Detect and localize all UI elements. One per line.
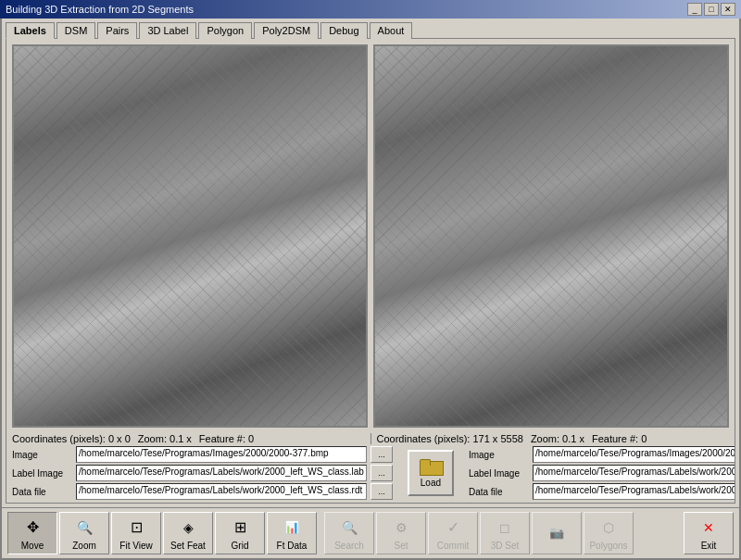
commit-icon: [442, 516, 464, 539]
left-label-image-browse-btn[interactable]: ...: [370, 465, 393, 481]
right-label-image-row: Label Image /home/marcelo/Tese/Programas…: [469, 465, 735, 481]
load-label: Load: [421, 478, 441, 488]
fit-view-button[interactable]: Fit View: [111, 512, 161, 554]
tab-labels[interactable]: Labels: [6, 22, 55, 39]
polygons-button[interactable]: Polygons: [584, 512, 634, 554]
right-data-file-input[interactable]: /home/marcelo/Tese/Programas/Labels/work…: [533, 483, 735, 500]
minimize-button[interactable]: _: [687, 3, 702, 16]
maximize-button[interactable]: □: [704, 3, 719, 16]
right-coordinates: Coordinates (pixels): 171 x 5558: [377, 433, 523, 444]
load-button[interactable]: Load: [408, 450, 454, 496]
set-icon: [390, 516, 412, 539]
right-zoom: Zoom: 0.1 x: [531, 433, 584, 444]
left-image-input[interactable]: /home/marcelo/Tese/Programas/Images/2000…: [76, 446, 367, 463]
right-data-file-row: Data file /home/marcelo/Tese/Programas/L…: [469, 483, 735, 500]
close-button[interactable]: ✕: [721, 3, 735, 16]
content-area: Coordinates (pixels): 0 x 0 Zoom: 0.1 x …: [6, 38, 735, 504]
tab-bar: Labels DSM Pairs 3D Label Polygon Poly2D…: [2, 19, 739, 38]
fit-view-label: Fit View: [119, 541, 152, 551]
right-image-panel: [373, 44, 729, 428]
3dset-icon: [494, 516, 516, 539]
right-status-group: Coordinates (pixels): 171 x 5558 Zoom: 0…: [377, 433, 730, 444]
right-image-input[interactable]: /home/marcelo/Tese/Programas/Images/2000…: [533, 446, 735, 463]
3d-set-label: 3D Set: [491, 541, 520, 551]
tab-pairs[interactable]: Pairs: [97, 22, 137, 39]
left-coordinates: Coordinates (pixels): 0 x 0: [12, 433, 131, 444]
tab-poly2dsm[interactable]: Poly2DSM: [254, 22, 319, 39]
ft-data-label: Ft Data: [277, 541, 308, 551]
left-image-browse-btn[interactable]: ...: [370, 446, 393, 463]
left-status-group: Coordinates (pixels): 0 x 0 Zoom: 0.1 x …: [12, 433, 365, 444]
right-image-label: Image: [469, 450, 529, 460]
folder-icon: [420, 459, 442, 476]
search-button[interactable]: Search: [324, 512, 374, 554]
load-btn-area: Load: [402, 446, 459, 500]
images-row: [6, 39, 735, 433]
right-data-file-label: Data file: [469, 487, 529, 497]
main-window: Labels DSM Pairs 3D Label Polygon Poly2D…: [0, 19, 741, 560]
exit-label: Exit: [701, 541, 717, 551]
polygons-label: Polygons: [589, 541, 627, 551]
status-divider: [370, 433, 371, 444]
left-label-image-row: Label Image /home/marcelo/Tese/Programas…: [12, 465, 393, 481]
fit-icon: [125, 516, 147, 539]
left-data-file-row: Data file /home/marcelo/Tese/Programas/L…: [12, 483, 393, 500]
right-feature: Feature #: 0: [592, 433, 647, 444]
commit-button[interactable]: Commit: [428, 512, 478, 554]
grid-label: Grid: [232, 541, 249, 551]
set-feat-label: Set Feat: [170, 541, 206, 551]
window-controls: _ □ ✕: [687, 3, 735, 16]
cam-icon: [546, 521, 568, 543]
commit-label: Commit: [437, 541, 469, 551]
zoom-tool-label: Zoom: [72, 541, 96, 551]
right-image-row: Image /home/marcelo/Tese/Programas/Image…: [469, 446, 735, 463]
setfeat-icon: [177, 516, 199, 539]
left-aerial-image: [14, 46, 366, 426]
title-bar: Building 3D Extraction from 2D Segments …: [0, 0, 741, 19]
search-label: Search: [334, 541, 364, 551]
poly-icon: [597, 516, 620, 539]
tab-polygon[interactable]: Polygon: [198, 22, 252, 39]
toolbar: Move Zoom Fit View Set Feat Grid Ft Data…: [2, 507, 739, 558]
exit-button[interactable]: Exit: [684, 512, 734, 554]
set-feat-button[interactable]: Set Feat: [163, 512, 213, 554]
tab-debug[interactable]: Debug: [320, 22, 367, 39]
right-label-image-input[interactable]: /home/marcelo/Tese/Programas/Labels/work…: [533, 465, 735, 481]
left-feature: Feature #: 0: [199, 433, 254, 444]
grid-icon: [229, 516, 251, 539]
left-image-label: Image: [12, 450, 72, 460]
zoom-tool-button[interactable]: Zoom: [59, 512, 109, 554]
left-data-file-browse-btn[interactable]: ...: [370, 483, 393, 500]
info-rows: Image /home/marcelo/Tese/Programas/Image…: [6, 444, 735, 503]
left-data-file-input[interactable]: /home/marcelo/Tese/Programas/Labels/work…: [76, 483, 367, 500]
tab-dsm[interactable]: DSM: [57, 22, 95, 39]
right-info-col: Image /home/marcelo/Tese/Programas/Image…: [469, 446, 735, 500]
zoom-icon: [73, 516, 95, 539]
right-aerial-image: [375, 46, 727, 426]
window-title: Building 3D Extraction from 2D Segments: [6, 4, 194, 15]
left-data-file-label: Data file: [12, 487, 72, 497]
set-label: Set: [394, 541, 408, 551]
move-icon: [21, 516, 44, 539]
search-icon: [338, 516, 360, 539]
left-image-row: Image /home/marcelo/Tese/Programas/Image…: [12, 446, 393, 463]
cam-button[interactable]: [532, 512, 582, 554]
grid-button[interactable]: Grid: [215, 512, 265, 554]
3d-set-button[interactable]: 3D Set: [480, 512, 530, 554]
tab-about[interactable]: About: [370, 22, 413, 39]
left-label-image-label: Label Image: [12, 468, 72, 479]
left-info-col: Image /home/marcelo/Tese/Programas/Image…: [12, 446, 393, 500]
ftdata-icon: [281, 516, 303, 539]
ft-data-button[interactable]: Ft Data: [267, 512, 317, 554]
exit-icon: [697, 516, 720, 539]
dual-status-bar: Coordinates (pixels): 0 x 0 Zoom: 0.1 x …: [6, 433, 735, 444]
right-label-image-label: Label Image: [469, 468, 529, 479]
tab-3dlabel[interactable]: 3D Label: [139, 22, 196, 39]
left-label-image-input[interactable]: /home/marcelo/Tese/Programas/Labels/work…: [76, 465, 367, 481]
set-button[interactable]: Set: [376, 512, 426, 554]
left-zoom: Zoom: 0.1 x: [138, 433, 192, 444]
move-tool-button[interactable]: Move: [7, 512, 57, 554]
left-image-panel: [12, 44, 368, 428]
move-tool-label: Move: [21, 541, 44, 551]
